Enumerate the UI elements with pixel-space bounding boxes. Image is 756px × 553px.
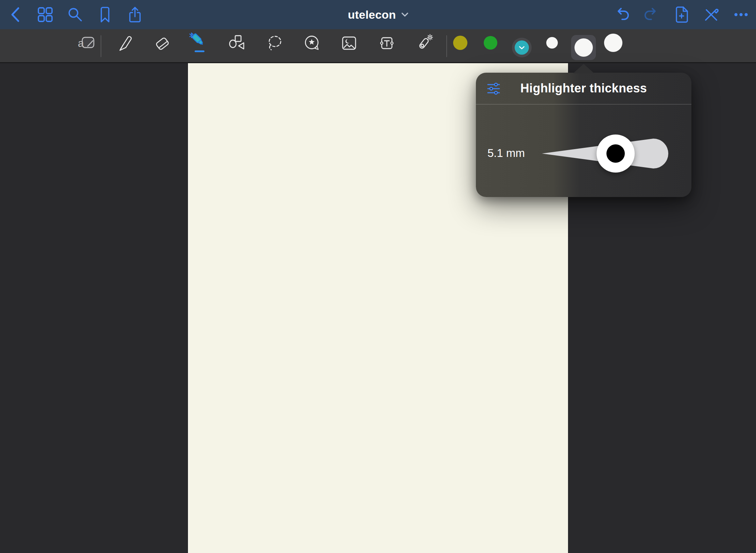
zoom-window-icon: a [77, 34, 97, 53]
thickness-preset-medium-selected[interactable] [571, 35, 596, 60]
toolbar-divider [101, 35, 101, 57]
highlighter-icon [189, 32, 211, 54]
highlighter-tool[interactable] [189, 32, 211, 54]
shapes-tool[interactable] [226, 32, 248, 54]
popover-header: Highlighter thickness [476, 73, 691, 105]
drawing-toolbar: a [0, 29, 756, 63]
laser-pointer-tool[interactable] [413, 32, 435, 54]
thickness-preset-large[interactable] [604, 34, 622, 52]
text-tool[interactable] [376, 32, 398, 54]
app-screen: utelecon [0, 0, 756, 553]
laser-pointer-icon [415, 34, 434, 53]
sliders-icon [486, 82, 501, 95]
highlighter-thickness-popover: Highlighter thickness 5.1 mm [476, 73, 691, 197]
settings-button[interactable] [486, 81, 501, 96]
color-swatch-teal [515, 40, 529, 55]
image-icon [340, 34, 359, 53]
more-button[interactable] [732, 5, 751, 24]
color-swatch-teal-selected[interactable] [512, 38, 532, 57]
document-title: utelecon [348, 8, 396, 21]
redo-icon [643, 7, 660, 22]
pen-icon [116, 34, 135, 53]
top-navigation-bar: utelecon [0, 0, 756, 29]
image-tool[interactable] [338, 32, 360, 54]
elements-sticker-tool[interactable] [301, 32, 323, 54]
undo-icon [613, 7, 631, 22]
ellipsis-icon [732, 5, 751, 24]
zoom-window-tool[interactable]: a [76, 32, 98, 54]
color-swatch-yellow[interactable] [453, 36, 467, 50]
eraser-icon [153, 34, 172, 53]
svg-text:a: a [78, 37, 84, 49]
undo-button[interactable] [612, 5, 631, 24]
eraser-tool[interactable] [152, 32, 173, 54]
lasso-tool[interactable] [264, 32, 286, 54]
shapes-icon [228, 34, 247, 53]
text-icon [377, 34, 396, 53]
pen-tool[interactable] [114, 32, 136, 54]
popover-title: Highlighter thickness [520, 81, 647, 95]
chevron-down-icon [519, 46, 525, 50]
lasso-icon [265, 34, 284, 53]
toolbar-divider [446, 35, 447, 57]
thickness-slider-thumb[interactable] [597, 135, 635, 173]
add-page-icon [673, 6, 690, 23]
color-swatch-green[interactable] [484, 36, 497, 50]
chevron-down-icon [401, 13, 408, 17]
sticker-star-icon [302, 34, 321, 53]
pen-crossed-icon [703, 6, 720, 23]
thickness-preset-small[interactable] [546, 37, 558, 49]
popover-caret [573, 64, 594, 73]
redo-button[interactable] [642, 5, 661, 24]
bluetooth-icon [190, 33, 193, 38]
readonly-mode-button[interactable] [702, 5, 721, 24]
add-page-button[interactable] [672, 5, 691, 24]
thickness-value-label: 5.1 mm [487, 147, 538, 160]
thickness-dot-medium [574, 38, 593, 57]
